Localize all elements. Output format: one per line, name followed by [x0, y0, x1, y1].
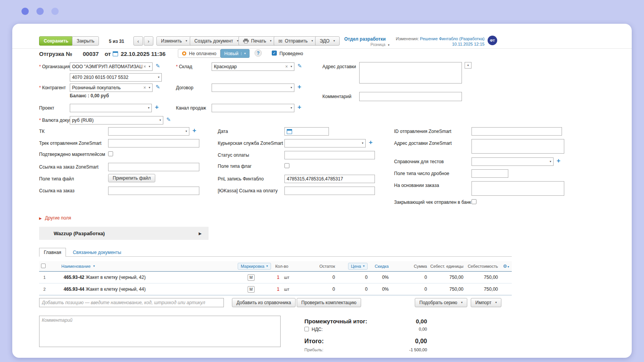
conducted-checkbox[interactable]: ✓ [272, 51, 277, 56]
table-row[interactable]: 2 465.93-44 Жакет в клетку (черный, 44) … [39, 283, 512, 295]
clear-icon[interactable]: × [284, 64, 289, 69]
state-selector-button[interactable]: Новый ▾ [220, 49, 250, 58]
save-button[interactable]: Сохранить [39, 36, 73, 46]
product-code[interactable]: 465.93-44 [64, 287, 84, 292]
test-dict-select[interactable]: ▾ [472, 157, 554, 166]
marketplace-confirmed-checkbox[interactable] [108, 151, 113, 156]
discount-value[interactable]: 0% [370, 287, 391, 292]
window-control-dot-3[interactable] [51, 8, 59, 15]
table-row[interactable]: 1 465.93-42 Жакет в клетку (черный, 42) … [39, 272, 512, 283]
header-comment-input[interactable] [359, 92, 462, 101]
wazzup-panel[interactable]: Wazzup (Разработка) ▶ [39, 227, 209, 240]
chevron-down-icon[interactable]: ▾ [548, 160, 551, 163]
window-control-dot-2[interactable] [36, 8, 44, 15]
marking-badge[interactable]: М [248, 274, 255, 281]
courier-select[interactable]: ▾ [284, 139, 366, 147]
price-value[interactable]: 0 [337, 275, 370, 280]
chevron-down-icon[interactable]: ▾ [289, 106, 292, 110]
currency-select[interactable]: руб (RUB) ▾ [70, 116, 163, 124]
add-contract-icon[interactable]: + [297, 84, 301, 90]
chevron-down-icon[interactable]: ▾ [184, 130, 187, 133]
chevron-down-icon[interactable]: ▾ [147, 86, 150, 89]
calendar-icon[interactable] [113, 51, 118, 56]
edit-menu-button[interactable]: Изменить ▾ [156, 36, 192, 46]
close-button[interactable]: Закрыть [72, 36, 99, 46]
tab-main[interactable]: Главная [39, 248, 66, 257]
add-tk-icon[interactable]: + [192, 128, 196, 133]
help-icon[interactable]: ? [255, 49, 262, 57]
sales-channel-select[interactable]: ▾ [212, 104, 294, 112]
chevron-down-icon[interactable]: ▾ [156, 76, 159, 79]
order-link-zs-input[interactable] [108, 163, 199, 171]
add-from-dictionary-button[interactable]: Добавить из справочника [232, 298, 296, 307]
column-header-price[interactable]: Цена ▾ [348, 263, 368, 270]
import-button[interactable]: Импорт ▾ [471, 298, 501, 307]
warehouse-combobox[interactable]: Краснодар × ▾ [212, 62, 294, 71]
delivery-address-expand-button[interactable]: ▾ [465, 62, 472, 69]
delivery-address-textarea[interactable] [359, 62, 462, 84]
edit-counterparty-icon[interactable]: ✎ [156, 84, 160, 90]
price-value[interactable]: 0 [337, 287, 370, 292]
clear-icon[interactable]: × [142, 85, 147, 90]
window-control-dot-1[interactable] [21, 8, 29, 15]
pick-series-button[interactable]: Подобрать серию ▾ [415, 298, 467, 307]
product-name[interactable]: Жакет в клетку (черный, 44) [85, 287, 146, 292]
marking-badge[interactable]: М [248, 286, 255, 293]
doc-number[interactable]: 00037 [83, 51, 99, 57]
project-select[interactable]: ▾ [70, 104, 152, 112]
tk-select[interactable]: ▾ [108, 127, 189, 136]
pay-status-input[interactable] [284, 151, 375, 159]
order-link-input[interactable] [108, 187, 199, 195]
chevron-down-icon[interactable]: ▾ [158, 119, 161, 122]
edit-warehouse-icon[interactable]: ✎ [297, 63, 302, 69]
create-document-button[interactable]: Создать документ ▾ [190, 36, 243, 46]
table-settings-gear-icon[interactable]: ⚙ [503, 264, 507, 269]
edo-menu-button[interactable]: ЭДО ▾ [315, 36, 340, 46]
print-menu-button[interactable]: Печать ▾ [238, 36, 276, 46]
discount-value[interactable]: 0% [370, 275, 391, 280]
calendar-icon[interactable] [287, 129, 292, 134]
yookassa-input[interactable] [284, 187, 375, 195]
chevron-down-icon[interactable]: ▾ [289, 65, 292, 68]
counterparty-combobox[interactable]: Розничный покупатель × ▾ [70, 84, 153, 92]
check-kitting-button[interactable]: Проверить комплектацию [297, 298, 361, 307]
prev-document-button[interactable]: ‹ [133, 36, 143, 46]
doc-datetime[interactable]: 22.10.2025 11:36 [121, 51, 166, 57]
document-comment-textarea[interactable] [39, 316, 281, 347]
add-sales-channel-icon[interactable]: + [297, 105, 301, 110]
product-name[interactable]: Жакет в клетку (черный, 42) [85, 275, 146, 280]
tab-related-documents[interactable]: Связанные документы [73, 250, 121, 255]
base-order-textarea[interactable] [472, 181, 564, 196]
product-code[interactable]: 465.93-42 [64, 275, 84, 280]
chevron-down-icon[interactable]: ▾ [360, 142, 363, 145]
fraction-input[interactable] [472, 169, 508, 178]
chevron-down-icon[interactable]: ▾ [507, 265, 509, 269]
flag-field-checkbox[interactable] [284, 163, 289, 168]
add-project-icon[interactable]: + [155, 105, 159, 110]
select-all-checkbox[interactable] [41, 264, 46, 268]
add-courier-icon[interactable]: + [369, 140, 373, 145]
date-input[interactable] [284, 127, 329, 136]
zs-id-input[interactable] [472, 127, 562, 136]
org-combobox[interactable]: ООО "АЭМГРУП АВТОМАТИЗАЦИ × ▾ [70, 62, 153, 71]
track-input[interactable] [108, 139, 199, 147]
edit-org-icon[interactable]: ✎ [156, 63, 160, 69]
other-fields-toggle[interactable]: ▶ Другие поля [39, 215, 71, 221]
clear-icon[interactable]: × [142, 64, 147, 69]
pnl-input[interactable]: 4785315,4785316,4785317 [284, 175, 375, 183]
chevron-down-icon[interactable]: ▾ [147, 65, 150, 68]
attach-file-button[interactable]: Прикрепить файл [108, 174, 155, 182]
changes-link[interactable]: Решение Финтабло (Разработка) [420, 36, 485, 41]
user-avatar[interactable]: ФТ [488, 36, 497, 45]
qty-value[interactable]: 1 [277, 287, 279, 292]
add-test-dict-icon[interactable]: + [557, 158, 560, 164]
next-document-button[interactable]: › [144, 36, 153, 46]
bank-account-select[interactable]: 4070 2810 6015 0017 5532 ▾ [70, 73, 162, 82]
contract-select[interactable]: ▾ [212, 84, 294, 92]
send-menu-button[interactable]: ✉ Отправить ▾ [274, 36, 317, 46]
column-header-name[interactable]: Наименование ▾ [61, 264, 95, 269]
qty-value[interactable]: 1 [277, 275, 279, 280]
column-header-discount[interactable]: Скидка [375, 264, 389, 269]
chevron-down-icon[interactable]: ▾ [289, 86, 292, 89]
vat-checkbox[interactable] [304, 327, 309, 331]
